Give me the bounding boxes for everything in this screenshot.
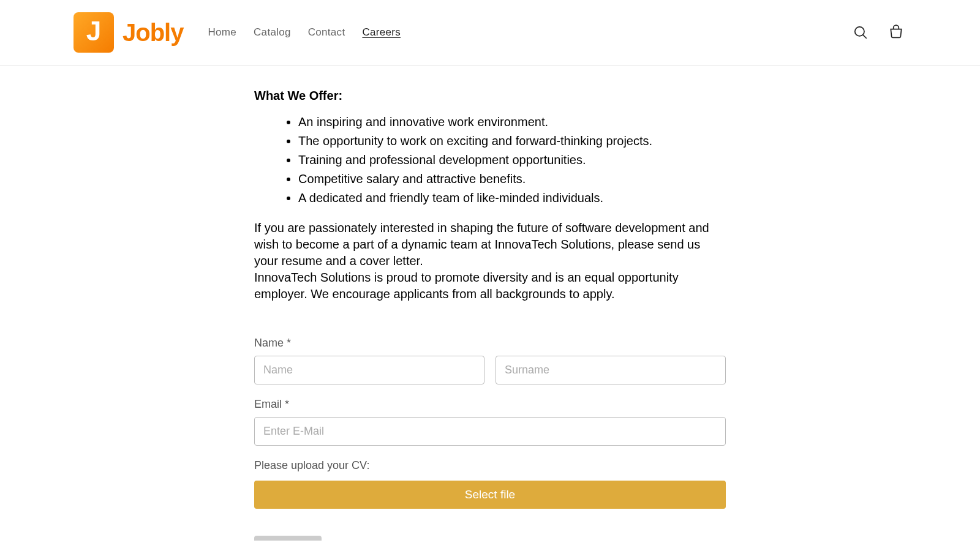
svg-point-0 [855,27,864,36]
email-label: Email * [254,398,726,411]
diversity-paragraph: InnovaTech Solutions is proud to promote… [254,269,726,302]
name-label: Name * [254,337,726,350]
offer-heading: What We Offer: [254,89,726,103]
search-button[interactable] [850,22,871,43]
name-row [254,356,726,384]
main-nav: Home Catalog Contact Careers [208,26,401,39]
cv-group: Please upload your CV: Select file [254,459,726,509]
site-header: J Jobly Home Catalog Contact Careers [0,0,980,66]
submit-button-partial[interactable] [254,536,322,541]
email-group: Email * [254,398,726,446]
logo-icon: J [74,12,114,53]
offer-item: A dedicated and friendly team of like-mi… [298,190,726,206]
main-content: What We Offer: An inspiring and innovati… [254,66,726,551]
svg-line-1 [863,35,867,39]
surname-input[interactable] [496,356,726,384]
nav-catalog[interactable]: Catalog [254,26,291,39]
cart-icon [888,24,904,40]
select-file-button[interactable]: Select file [254,481,726,509]
body-text: If you are passionately interested in sh… [254,220,726,302]
logo[interactable]: J Jobly [74,12,183,53]
nav-home[interactable]: Home [208,26,236,39]
nav-careers[interactable]: Careers [362,26,401,39]
offer-item: The opportunity to work on exciting and … [298,133,726,149]
cv-label: Please upload your CV: [254,459,726,472]
application-form: Name * Email * Please upload your CV: Se… [254,337,726,541]
offer-item: Training and professional development op… [298,152,726,168]
nav-contact[interactable]: Contact [308,26,345,39]
first-name-input[interactable] [254,356,484,384]
apply-paragraph: If you are passionately interested in sh… [254,220,726,269]
search-icon [853,24,869,40]
header-actions [850,22,907,43]
logo-text: Jobly [123,19,183,47]
cart-button[interactable] [886,22,907,43]
offer-list: An inspiring and innovative work environ… [254,114,726,206]
offer-item: An inspiring and innovative work environ… [298,114,726,130]
email-input[interactable] [254,417,726,446]
offer-item: Competitive salary and attractive benefi… [298,171,726,187]
